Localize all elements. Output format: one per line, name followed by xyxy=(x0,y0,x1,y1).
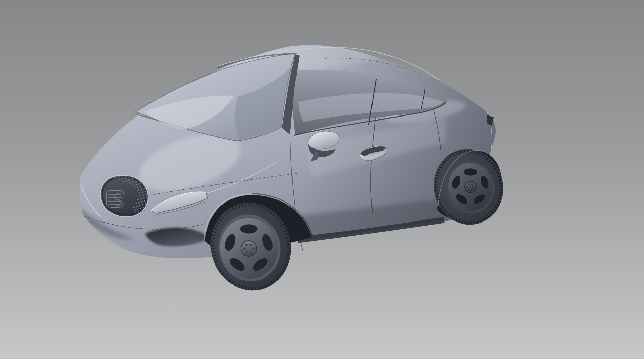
front-grille xyxy=(100,175,148,217)
viewport-3d[interactable] xyxy=(0,0,644,359)
car-render xyxy=(0,0,644,359)
